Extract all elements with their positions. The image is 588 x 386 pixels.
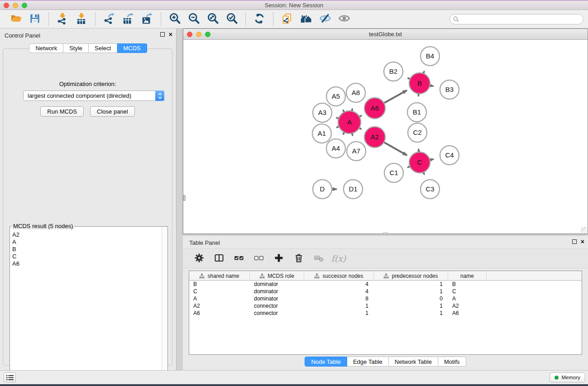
graph-edge-C-C4[interactable] [430, 159, 434, 160]
close-panel-button[interactable]: Close panel [90, 106, 135, 117]
result-scrollbar[interactable] [162, 227, 167, 382]
save-session-button[interactable] [27, 12, 43, 26]
export-image-button[interactable] [139, 12, 155, 26]
graph-node-B[interactable]: B [409, 73, 430, 94]
graph-node-C1[interactable]: C1 [384, 163, 403, 182]
graph-node-C3[interactable]: C3 [421, 180, 440, 199]
graph-node-A5[interactable]: A5 [326, 87, 345, 106]
delete-table-button[interactable] [311, 250, 327, 267]
zoom-window-button[interactable] [205, 32, 210, 37]
table-cell[interactable]: A2 [189, 302, 250, 310]
export-table-button[interactable] [120, 12, 136, 26]
select-all-button[interactable] [231, 250, 247, 267]
graph-edge-C-C3[interactable] [424, 172, 425, 175]
graph-node-B4[interactable]: B4 [421, 47, 440, 66]
graph-node-D1[interactable]: D1 [344, 180, 363, 199]
graph-edge-A2-C[interactable] [384, 143, 407, 155]
graph-edge-A-A5[interactable] [343, 110, 344, 112]
graph-edge-A6-B[interactable] [384, 91, 407, 103]
table-cell[interactable]: 1 [374, 288, 448, 295]
graph-edge-B-B2[interactable] [408, 78, 410, 79]
zoom-in-button[interactable] [167, 12, 182, 26]
close-window-button[interactable] [187, 32, 192, 37]
tab-select[interactable]: Select [89, 43, 117, 53]
table-row[interactable]: Cdominator41C [189, 288, 582, 295]
minimize-window-button[interactable] [13, 3, 18, 8]
graph-node-B3[interactable]: B3 [440, 80, 459, 99]
close-panel-icon[interactable]: × [169, 32, 172, 37]
graph-node-B1[interactable]: B1 [407, 103, 426, 122]
deselect-all-button[interactable] [251, 250, 267, 267]
graph-node-B2[interactable]: B2 [384, 62, 403, 81]
home-button[interactable] [298, 12, 314, 26]
graph-edge-B-B4[interactable] [424, 71, 425, 73]
memory-button[interactable]: Memory [550, 372, 585, 382]
tab-motifs[interactable]: Motifs [438, 357, 466, 367]
zoom-selected-button[interactable] [224, 12, 239, 26]
tab-node-table[interactable]: Node Table [305, 357, 347, 367]
network-canvas[interactable]: B4B2BB3A5A8A6B1A3AC2A1A2A4A7C4CC1DD1C3 [183, 40, 588, 234]
table-cell[interactable]: B [448, 281, 487, 288]
mcds-result-item[interactable]: A6 [10, 260, 161, 267]
refresh-button[interactable] [252, 12, 267, 26]
tab-edge-table[interactable]: Edge Table [347, 357, 389, 367]
close-window-button[interactable] [4, 3, 9, 8]
table-cell[interactable]: C [189, 288, 250, 295]
mcds-result-item[interactable]: A2 [10, 231, 161, 238]
splitter-handle[interactable] [383, 233, 388, 235]
table-settings-button[interactable] [191, 250, 207, 267]
table-cell[interactable]: 1 [374, 302, 448, 310]
graph-edge-B-B1[interactable] [418, 94, 419, 96]
column-manager-button[interactable] [211, 250, 227, 267]
graph-node-A3[interactable]: A3 [313, 103, 332, 122]
table-row[interactable]: A2connector11A2 [189, 302, 582, 310]
graph-node-A4[interactable]: A4 [326, 139, 345, 158]
import-network-button[interactable] [55, 12, 70, 26]
graph-node-D[interactable]: D [313, 180, 332, 199]
table-cell[interactable]: 4 [304, 288, 374, 295]
graph-edge-A-A7[interactable] [352, 133, 353, 136]
column-header-name[interactable]: name [448, 271, 487, 281]
tab-network-table[interactable]: Network Table [389, 357, 438, 367]
tab-mcds[interactable]: MCDS [117, 43, 147, 53]
table-row[interactable]: A6connector11A6 [189, 310, 582, 317]
table-cell[interactable]: 0 [374, 295, 448, 302]
zoom-out-button[interactable] [186, 12, 201, 26]
graph-node-C4[interactable]: C4 [440, 146, 459, 165]
table-cell[interactable]: A [448, 295, 487, 302]
graph-node-A7[interactable]: A7 [347, 142, 366, 161]
table-cell[interactable]: connector [250, 302, 304, 310]
graph-node-A6[interactable]: A6 [364, 98, 385, 119]
graph-edge-A-A1[interactable] [336, 127, 339, 128]
tab-network[interactable]: Network [29, 43, 63, 53]
graph-edge-A-A8[interactable] [352, 109, 353, 111]
graph-node-A2[interactable]: A2 [364, 127, 385, 148]
table-cell[interactable]: 1 [304, 302, 374, 310]
minimize-window-button[interactable] [196, 32, 201, 37]
delete-column-button[interactable] [291, 250, 307, 267]
float-panel-icon[interactable] [572, 239, 577, 244]
graph-node-A[interactable]: A [338, 111, 361, 133]
resize-grip[interactable] [581, 227, 587, 233]
table-row[interactable]: Adominator80A [189, 295, 582, 302]
close-panel-icon[interactable]: × [581, 239, 584, 244]
clone-network-button[interactable] [279, 12, 295, 26]
graph-edge-C-C2[interactable] [419, 149, 419, 152]
export-network-button[interactable] [101, 12, 117, 26]
graph-node-C2[interactable]: C2 [408, 123, 427, 142]
table-cell[interactable]: 8 [304, 295, 374, 302]
graph-edge-A-A2[interactable] [359, 128, 361, 129]
open-session-button[interactable] [8, 12, 24, 26]
criterion-select[interactable]: largest connected component (directed) [23, 91, 164, 101]
mcds-result-item[interactable]: B [10, 246, 161, 253]
graph-node-A8[interactable]: A8 [346, 83, 365, 102]
hide-selected-button[interactable] [317, 12, 333, 26]
table-cell[interactable]: 1 [374, 281, 448, 288]
function-builder-button[interactable]: f(x) [330, 250, 347, 267]
tab-style[interactable]: Style [63, 43, 89, 53]
graph-edge-A-A4[interactable] [343, 133, 344, 134]
column-header-successor-nodes[interactable]: successor nodes [304, 271, 374, 281]
table-cell[interactable]: 1 [304, 310, 374, 317]
task-history-button[interactable] [4, 372, 16, 382]
column-header-predecessor-nodes[interactable]: predecessor nodes [374, 271, 448, 281]
